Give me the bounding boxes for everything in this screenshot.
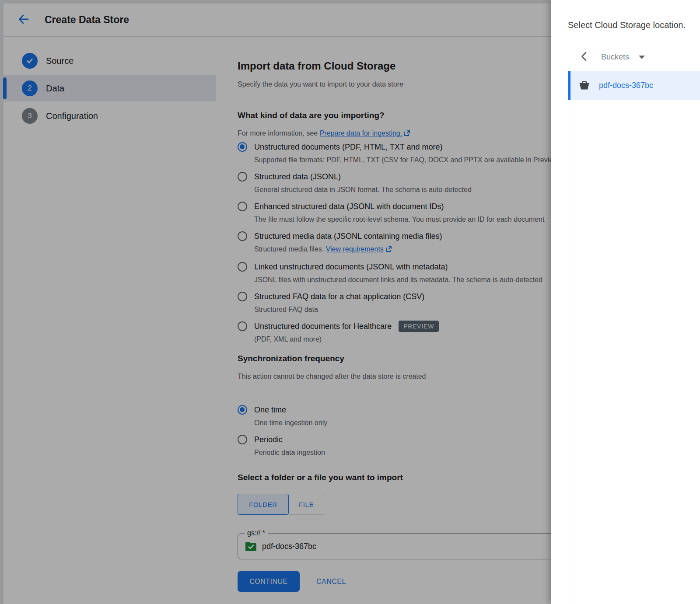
panel-title: Select Cloud Storage location. xyxy=(568,20,686,30)
selected-item-indicator xyxy=(568,71,570,100)
breadcrumb-back-button[interactable] xyxy=(578,51,590,63)
chevron-left-icon xyxy=(581,51,587,63)
bucket-list-divider xyxy=(568,71,568,604)
bucket-breadcrumb: Buckets xyxy=(551,49,700,65)
bucket-name: pdf-docs-367bc xyxy=(599,81,653,90)
bucket-list-item[interactable]: pdf-docs-367bc xyxy=(568,71,700,100)
buckets-dropdown-label: Buckets xyxy=(601,52,629,62)
buckets-dropdown[interactable]: Buckets xyxy=(601,52,645,62)
modal-scrim xyxy=(0,0,551,604)
bucket-icon xyxy=(579,80,590,91)
cloud-storage-location-panel: Select Cloud Storage location. Buckets p… xyxy=(551,0,700,604)
chevron-down-icon xyxy=(639,56,645,59)
